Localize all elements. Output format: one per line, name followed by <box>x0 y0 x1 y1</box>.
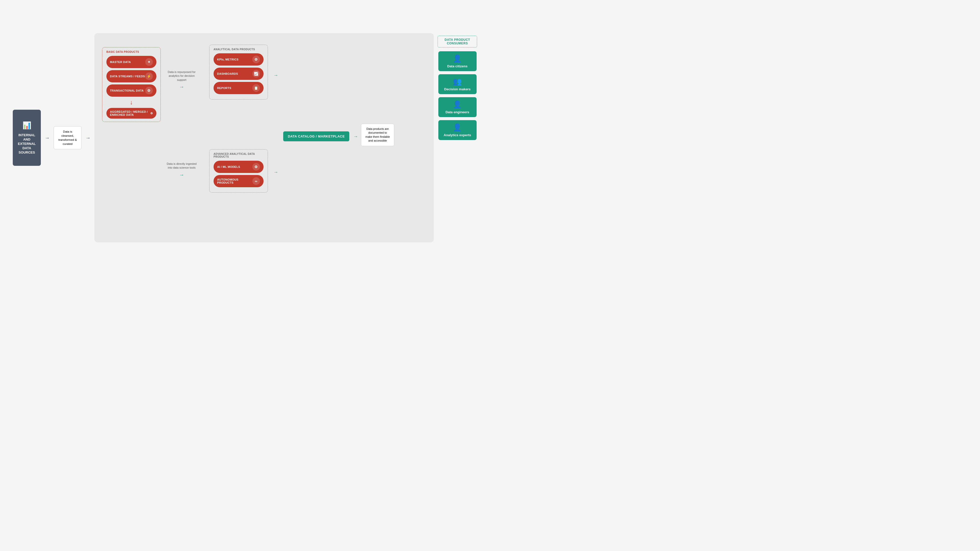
basic-to-analytical-group: Data is repurposed for analytics for dec… <box>166 70 197 90</box>
basic-section-label: BASIC DATA PRODUCTS <box>107 51 156 53</box>
master-data-pill: MASTER DATA ✦ <box>107 56 156 68</box>
right-arrow-analytics: → <box>179 84 184 90</box>
advanced-section-border: ADVANCED ANALYTICAL DATA PRODUCTS AI / M… <box>209 149 268 192</box>
full-layout: 📊 INTERNAL AND EXTERNAL DATA SOURCES Dat… <box>13 13 477 263</box>
advanced-to-catalog-arrow: → <box>274 170 278 175</box>
main-area: BASIC DATA PRODUCTS MASTER DATA ✦ DATA S… <box>94 33 434 242</box>
consumer-analytics-experts: 👤 Analytics experts <box>438 120 477 140</box>
catalog-box: DATA CATALOG / MARKETPLACE <box>283 131 349 141</box>
analytical-section-border: ANALYTICAL DATA PRODUCTS KPIs, METRICS ⚙… <box>209 44 268 100</box>
gray-inner: BASIC DATA PRODUCTS MASTER DATA ✦ DATA S… <box>102 40 426 236</box>
engineers-avatar: 👤 <box>441 100 474 109</box>
dashboards-label: DASHBOARDS <box>217 72 238 75</box>
transactional-icon: ⚙ <box>145 87 153 94</box>
consumer-data-citizens: 👤 Data citizens <box>438 51 477 71</box>
analytics-avatar: 👤 <box>441 123 474 132</box>
data-streams-pill: DATA STREAMS / FEEDS ⚡ <box>107 70 156 83</box>
ai-ml-icon: ⚙ <box>252 163 260 171</box>
analytics-desc: Data is repurposed for analytics for dec… <box>166 70 197 82</box>
transactional-pill: TRANSACTIONAL DATA ⚙ <box>107 84 156 97</box>
reports-icon: 📋 <box>252 84 260 92</box>
consumer-data-engineers: 👤 Data engineers <box>438 97 477 117</box>
catalog-label: DATA CATALOG / MARKETPLACE <box>283 131 349 141</box>
basic-section: BASIC DATA PRODUCTS MASTER DATA ✦ DATA S… <box>102 47 161 122</box>
advanced-section: ADVANCED ANALYTICAL DATA PRODUCTS AI / M… <box>209 149 268 192</box>
consumers-section: DATA PRODUCT CONSUMERS 👤 Data citizens 👥… <box>438 33 477 242</box>
basic-to-advanced-group: Data is directly ingested into data scie… <box>166 162 197 178</box>
engineers-label: Data engineers <box>445 110 469 114</box>
kpi-icon: ⚙ <box>252 56 260 63</box>
consumers-title: DATA PRODUCT CONSUMERS <box>438 36 477 48</box>
reports-label: REPORTS <box>217 86 231 89</box>
ai-ml-pill: AI / ML MODELS ⚙ <box>213 161 264 173</box>
aggregated-icon: ⚙ <box>150 112 153 115</box>
source-label: INTERNAL AND EXTERNAL DATA SOURCES <box>15 133 38 155</box>
analytical-to-catalog-arrow: → <box>274 73 278 78</box>
analytical-label: ANALYTICAL DATA PRODUCTS <box>213 48 264 51</box>
consumer-decision-makers: 👥 Decision makers <box>438 74 477 94</box>
kpi-pill: KPIs, METRICS ⚙ <box>213 53 264 65</box>
decision-avatar: 👥 <box>441 77 474 86</box>
cleanse-box: Data is cleansed, transformed & curated <box>54 126 82 149</box>
master-data-icon: ✦ <box>145 58 153 66</box>
kpi-label: KPIs, METRICS <box>217 58 239 61</box>
autonomous-label: AUTONOMOUS PRODUCTS <box>217 178 252 184</box>
documented-text: Data products are documented to make the… <box>361 124 394 146</box>
ai-ml-label: AI / ML MODELS <box>217 165 240 168</box>
aggregated-pill: AGGREGATED / MERGED / ENRICHED DATA ⚙ <box>107 108 156 119</box>
direct-desc: Data is directly ingested into data scie… <box>166 162 197 170</box>
dashboards-icon: 📈 <box>252 70 260 78</box>
citizens-avatar: 👤 <box>441 54 474 63</box>
cleanse-text: Data is cleansed, transformed & curated <box>59 130 77 145</box>
right-arrow-advanced: → <box>179 172 184 178</box>
data-streams-icon: ⚡ <box>145 73 153 80</box>
transactional-label: TRANSACTIONAL DATA <box>110 89 144 92</box>
down-arrow: ↓ <box>107 99 156 106</box>
aggregated-label: AGGREGATED / MERGED / ENRICHED DATA <box>110 110 150 116</box>
autonomous-pill: AUTONOMOUS PRODUCTS ∞ <box>213 175 264 187</box>
basic-section-border: BASIC DATA PRODUCTS MASTER DATA ✦ DATA S… <box>102 47 161 122</box>
source-to-cleanse-arrow <box>45 135 50 141</box>
advanced-label: ADVANCED ANALYTICAL DATA PRODUCTS <box>213 152 264 158</box>
dashboards-pill: DASHBOARDS 📈 <box>213 68 264 80</box>
data-streams-label: DATA STREAMS / FEEDS <box>110 75 145 78</box>
documented-box: Data products are documented to make the… <box>361 124 394 146</box>
chart-icon: 📊 <box>22 121 31 130</box>
analytics-label: Analytics experts <box>444 133 471 137</box>
decision-label: Decision makers <box>444 87 471 91</box>
reports-pill: REPORTS 📋 <box>213 82 264 94</box>
analytical-section: ANALYTICAL DATA PRODUCTS KPIs, METRICS ⚙… <box>209 44 268 100</box>
master-data-label: MASTER DATA <box>110 60 131 64</box>
catalog-to-documented-arrow: → <box>353 134 358 139</box>
citizens-label: Data citizens <box>447 64 468 68</box>
diagram-wrapper: 📊 INTERNAL AND EXTERNAL DATA SOURCES Dat… <box>13 13 477 263</box>
cleanse-to-main-arrow <box>86 135 91 141</box>
autonomous-icon: ∞ <box>252 177 260 185</box>
source-box: 📊 INTERNAL AND EXTERNAL DATA SOURCES <box>13 110 41 166</box>
